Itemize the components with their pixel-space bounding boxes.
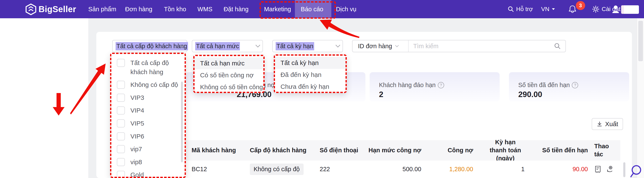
nav-item-services[interactable]: Dịch vụ — [336, 0, 356, 18]
col-customer-code: Mã khách hàng — [186, 140, 244, 161]
chevron-down-icon — [335, 45, 340, 48]
table-header: Mã khách hàng Cấp độ khách hàng Số điện … — [186, 140, 620, 161]
search-icon[interactable] — [554, 43, 561, 49]
option-no-level[interactable]: Không có cấp độ — [111, 78, 184, 91]
export-button[interactable]: Xuất — [592, 118, 623, 130]
credit-limit-select[interactable]: Tất cả hạn mức — [192, 40, 263, 52]
nav-item-products[interactable]: Sản phẩm — [88, 0, 116, 18]
floating-search-icon[interactable] — [629, 165, 644, 178]
col-customer-level: Cấp độ khách hàng — [244, 140, 309, 161]
checkbox[interactable] — [117, 94, 125, 102]
search-bar: ID đơn hàng — [352, 40, 566, 52]
option-vip8[interactable]: vip8 — [111, 156, 184, 169]
page-scrollbar[interactable] — [637, 18, 644, 178]
stat-value-due-amount: 290.00 — [518, 90, 542, 99]
nav-item-inventory[interactable]: Tồn kho — [164, 0, 186, 18]
notification-badge: 3 — [576, 1, 585, 10]
checkbox[interactable] — [117, 171, 125, 178]
dropdown-scrollbar[interactable] — [181, 81, 183, 162]
checkbox[interactable] — [117, 132, 125, 140]
option-all-levels[interactable]: Tất cả cấp độ khách hàng — [111, 56, 184, 78]
chevron-down-icon — [180, 45, 184, 48]
user-account[interactable] — [612, 0, 620, 18]
option-vip4[interactable]: VIP4 — [111, 104, 184, 117]
option-vip5[interactable]: VIP5 — [111, 117, 184, 130]
cell-amount-due: 90.00 — [527, 161, 590, 178]
user-icon — [612, 5, 620, 13]
question-circle-icon[interactable]: ? — [438, 82, 444, 88]
language-label: VN — [541, 6, 549, 13]
customer-level-select[interactable]: Tất cả cấp độ khách hàng — [112, 40, 187, 52]
table-scrollbar[interactable] — [623, 162, 625, 177]
bigseller-app: BigSeller Sản phẩm Đơn hàng Tồn kho WMS … — [0, 0, 644, 178]
credit-limit-value: Tất cả hạn mức — [195, 42, 240, 50]
help-link[interactable]: Hỗ trợ — [508, 0, 533, 18]
col-credit-limit: Hạn mức công nợ — [360, 140, 424, 161]
col-phone: Số điện thoại — [309, 140, 360, 161]
help-label: Hỗ trợ — [516, 6, 533, 13]
stat-label-due-amount: Số tiền đã đến hạn ? — [518, 81, 578, 88]
download-icon — [596, 121, 602, 127]
option-vip6[interactable]: VIP6 — [111, 130, 184, 143]
sidebar — [0, 18, 88, 178]
checkbox[interactable] — [117, 119, 125, 127]
search-field-value: ID đơn hàng — [358, 43, 392, 50]
question-circle-icon[interactable]: ? — [572, 82, 578, 88]
stat-label-due-customers: Khách hàng đáo hạn ? — [379, 81, 444, 88]
nav-item-orders[interactable]: Đơn hàng — [125, 0, 152, 18]
debt-record-icon[interactable] — [594, 165, 602, 173]
cell-customer-code: BC12 — [186, 161, 244, 178]
checkbox[interactable] — [117, 59, 125, 67]
option-gold[interactable]: Gold — [111, 168, 184, 178]
table-row[interactable]: BC12 Không có cấp độ 222 500.00 1,280.00… — [186, 161, 620, 178]
cell-actions — [590, 161, 620, 178]
repayment-icon[interactable] — [606, 165, 614, 173]
bigseller-logo-icon — [25, 4, 37, 15]
nav-item-reports[interactable]: Báo cáo — [301, 0, 323, 18]
due-term-dropdown: Tất cả kỳ hạn Đã đến kỳ hạn Chưa đến kỳ … — [274, 54, 347, 93]
checkbox[interactable] — [117, 158, 125, 166]
chevron-down-icon — [255, 45, 260, 48]
cell-debt: 1,280.00 — [424, 161, 474, 178]
option-not-due[interactable]: Chưa đến kỳ hạn — [275, 81, 346, 93]
bell-icon — [568, 5, 577, 14]
gear-icon — [592, 5, 600, 13]
due-term-value: Tất cả kỳ hạn — [276, 42, 314, 50]
option-all-terms[interactable]: Tất cả kỳ hạn — [275, 57, 346, 69]
option-vip7[interactable]: vip7 — [111, 143, 184, 156]
option-vip3[interactable]: VIP3 — [111, 91, 184, 104]
col-amount-due: Số tiền đến hạn — [527, 140, 590, 161]
col-payment-term: Kỳ hạn thanh toán (ngày) — [474, 140, 527, 161]
brand-name[interactable]: BigSeller — [38, 0, 76, 18]
nav-item-marketing[interactable]: Marketing — [264, 0, 291, 18]
customer-level-dropdown: Tất cả cấp độ khách hàng Không có cấp độ… — [110, 53, 186, 178]
col-debt: Công nợ — [424, 140, 474, 161]
nav-item-purchase[interactable]: Đặt hàng — [224, 0, 248, 18]
notifications-button[interactable] — [568, 0, 577, 18]
due-term-select[interactable]: Tất cả kỳ hạn — [272, 40, 343, 52]
search-field-select[interactable]: ID đơn hàng — [352, 40, 408, 52]
chevron-down-icon — [395, 45, 399, 47]
option-has-debt[interactable]: Có số tiền công nợ — [194, 69, 263, 81]
cell-customer-level: Không có cấp độ — [244, 161, 309, 178]
checkbox[interactable] — [117, 145, 125, 153]
search-icon — [508, 6, 514, 12]
username-redacted — [621, 5, 639, 14]
nav-item-wms[interactable]: WMS — [198, 0, 212, 18]
checkbox[interactable] — [117, 81, 125, 89]
level-badge: Không có cấp độ — [250, 163, 304, 175]
checkbox[interactable] — [117, 106, 125, 115]
cell-phone: 222 — [309, 161, 360, 178]
option-no-debt[interactable]: Không có số tiền công nợ — [194, 81, 263, 93]
col-actions: Thao tác — [590, 140, 620, 161]
customer-level-value: Tất cả cấp độ khách hàng — [116, 42, 188, 50]
search-input[interactable] — [408, 42, 554, 50]
cell-credit-limit: 500.00 — [360, 161, 424, 178]
stat-value-due-customers: 2 — [379, 90, 384, 99]
caret-down-icon — [552, 8, 555, 11]
option-all-limits[interactable]: Tất cả hạn mức — [194, 57, 263, 69]
cell-payment-term: 1 — [474, 161, 527, 178]
top-navbar: BigSeller Sản phẩm Đơn hàng Tồn kho WMS … — [0, 0, 644, 18]
language-switcher[interactable]: VN — [541, 0, 555, 18]
option-due[interactable]: Đã đến kỳ hạn — [275, 69, 346, 81]
